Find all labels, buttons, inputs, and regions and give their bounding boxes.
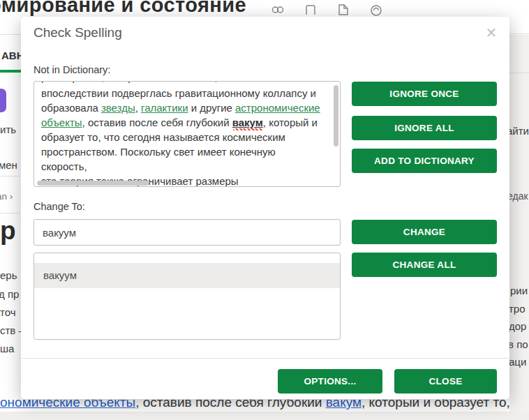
vertical-scrollbar-thumb[interactable] (334, 85, 338, 147)
bg-text-fragment: тро (509, 303, 526, 315)
divider (0, 34, 21, 35)
breadcrumb[interactable]: an › (0, 191, 13, 202)
divider (0, 213, 20, 213)
bg-text-fragment: д пр (0, 288, 19, 300)
bg-text-fragment: в по (508, 338, 528, 350)
bg-text-fragment: ша (0, 343, 14, 354)
divider (509, 33, 529, 34)
bg-text-fragment: айти (507, 125, 529, 137)
bg-text-fragment: рии (510, 285, 528, 297)
options-button[interactable]: OPTIONS... (278, 369, 382, 393)
bg-text-fragment: ерь (0, 269, 17, 281)
close-button[interactable]: CLOSE (394, 369, 497, 393)
bg-text-fragment: змен (0, 159, 17, 171)
dialog-footer-divider (21, 358, 509, 359)
bg-text-fragment: аточ (0, 306, 16, 318)
page-bottom-margin (0, 412, 529, 420)
not-in-dictionary-textarea[interactable]: расширения, которая затем остыла, после … (33, 81, 341, 187)
add-to-dictionary-button[interactable]: ADD TO DICTIONARY (352, 149, 497, 173)
close-icon[interactable]: ✕ (482, 23, 501, 43)
tab-active-underline (0, 70, 21, 73)
spellcheck-text: впоследствии подверглась гравитационному… (41, 86, 322, 187)
purple-accent-badge (0, 89, 6, 112)
suggestions-list: вакуум (33, 253, 341, 340)
bg-section-heading-fragment: р (0, 216, 16, 246)
suggestion-item[interactable]: вакуум (34, 263, 340, 288)
change-button[interactable]: CHANGE (352, 220, 497, 244)
not-in-dictionary-label: Not in Dictionary: (33, 64, 110, 75)
divider (0, 176, 20, 177)
bg-text-fragment: аци (509, 356, 526, 368)
bg-text-fragment: едак (507, 190, 528, 202)
bg-text-fragment: дор (509, 320, 526, 332)
horizontal-scrollbar-thumb[interactable] (37, 181, 149, 186)
dialog-title: Check Spelling (33, 25, 122, 40)
check-spelling-dialog: Check Spelling ✕ Not in Dictionary: расш… (21, 17, 509, 399)
divider (509, 73, 529, 73)
ignore-all-button[interactable]: IGNORE ALL (352, 116, 497, 140)
page-title: омирование и состояние (0, 0, 246, 17)
change-to-input[interactable] (33, 219, 341, 246)
change-to-label: Change To: (33, 201, 85, 212)
ignore-once-button[interactable]: IGNORE ONCE (352, 82, 497, 106)
change-all-button[interactable]: CHANGE ALL (352, 253, 497, 277)
bg-text-fragment: ить (0, 123, 16, 135)
